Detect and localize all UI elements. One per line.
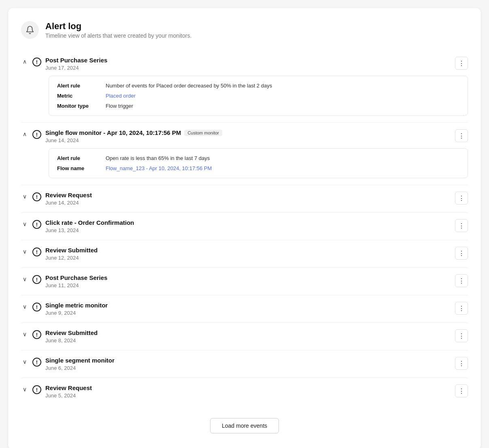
ellipsis-icon: ⋮ [458, 305, 465, 312]
more-options-button[interactable]: ⋮ [455, 384, 468, 397]
chevron-button[interactable]: ∨ [21, 385, 28, 393]
alert-left: ∨ Post Purchase Series June 11, 2024 [21, 274, 107, 288]
alert-warning-icon [32, 275, 41, 284]
detail-value: Flow trigger [106, 103, 133, 109]
alert-title: Single metric monitor [45, 302, 108, 309]
alert-title-text: Single segment monitor [45, 357, 115, 364]
alert-title: Review Submitted [45, 247, 98, 254]
detail-label: Monitor type [57, 103, 106, 109]
alert-left: ∨ Review Submitted June 8, 2024 [21, 329, 98, 343]
alert-title: Review Request [45, 192, 92, 198]
alert-date: June 8, 2024 [45, 337, 98, 343]
alert-info: Single metric monitor June 9, 2024 [45, 302, 108, 316]
load-more-wrap: Load more events [21, 418, 468, 433]
more-options-button[interactable]: ⋮ [455, 329, 468, 342]
ellipsis-icon: ⋮ [458, 277, 465, 285]
detail-row: Flow name Flow_name_123 - Apr 10, 2024, … [57, 165, 459, 171]
alert-date: June 14, 2024 [45, 137, 222, 143]
alert-item: ∨ Click rate - Order Confirmation June 1… [21, 213, 468, 240]
detail-link[interactable]: Flow_name_123 - Apr 10, 2024, 10:17:56 P… [106, 165, 212, 171]
alert-row: ∨ Review Request June 5, 2024 ⋮ [21, 384, 468, 399]
chevron-button[interactable]: ∨ [21, 192, 28, 201]
alert-left: ∨ Review Request June 5, 2024 [21, 384, 92, 399]
alert-date: June 6, 2024 [45, 365, 115, 371]
alert-info: Review Submitted June 12, 2024 [45, 247, 98, 261]
alert-info: Post Purchase Series June 11, 2024 [45, 274, 107, 288]
alert-warning-icon [32, 303, 41, 311]
detail-row: Metric Placed order [57, 93, 459, 99]
alert-date: June 11, 2024 [45, 282, 107, 288]
chevron-button[interactable]: ∨ [21, 220, 28, 228]
page-subtitle: Timeline view of alerts that were create… [45, 32, 191, 39]
alert-row: ∨ Single metric monitor June 9, 2024 ⋮ [21, 302, 468, 316]
load-more-button[interactable]: Load more events [210, 418, 279, 433]
more-options-button[interactable]: ⋮ [455, 57, 468, 70]
detail-value: Number of events for Placed order decrea… [106, 83, 272, 89]
alert-left: ∨ Single segment monitor June 6, 2024 [21, 357, 115, 371]
chevron-button[interactable]: ∧ [21, 58, 28, 66]
detail-row: Monitor type Flow trigger [57, 103, 459, 109]
chevron-button[interactable]: ∨ [21, 358, 28, 366]
alert-title: Post Purchase Series [45, 57, 107, 64]
alert-list: ∧ Post Purchase Series June 17, 2024 ⋮ A… [21, 50, 468, 405]
alert-item: ∨ Post Purchase Series June 11, 2024 ⋮ [21, 268, 468, 295]
alert-warning-icon [32, 247, 41, 256]
alert-warning-icon [32, 130, 41, 139]
alert-left: ∧ Single flow monitor - Apr 10, 2024, 10… [21, 129, 222, 143]
more-options-button[interactable]: ⋮ [455, 192, 468, 205]
detail-row: Alert rule Number of events for Placed o… [57, 83, 459, 89]
detail-card: Alert rule Open rate is less than 65% in… [49, 148, 468, 178]
alert-title-text: Review Request [45, 384, 92, 391]
alert-row: ∧ Post Purchase Series June 17, 2024 ⋮ [21, 57, 468, 71]
chevron-button[interactable]: ∨ [21, 247, 28, 256]
alert-item: ∧ Post Purchase Series June 17, 2024 ⋮ A… [21, 50, 468, 123]
more-options-button[interactable]: ⋮ [455, 247, 468, 260]
alert-warning-icon [32, 358, 41, 367]
detail-label: Alert rule [57, 83, 106, 89]
alert-row: ∨ Review Request June 14, 2024 ⋮ [21, 192, 468, 206]
alert-row: ∨ Review Submitted June 8, 2024 ⋮ [21, 329, 468, 343]
alert-title-text: Click rate - Order Confirmation [45, 219, 134, 226]
detail-label: Alert rule [57, 155, 106, 161]
chevron-button[interactable]: ∨ [21, 330, 28, 338]
alert-title: Single segment monitor [45, 357, 115, 364]
alert-title-text: Review Submitted [45, 247, 98, 254]
header-text: Alert log Timeline view of alerts that w… [45, 21, 191, 39]
alert-title: Post Purchase Series [45, 274, 107, 281]
detail-value: Open rate is less than 65% in the last 7… [106, 155, 210, 161]
alert-date: June 13, 2024 [45, 227, 134, 233]
alert-item: ∨ Review Request June 5, 2024 ⋮ [21, 378, 468, 405]
alert-title: Click rate - Order Confirmation [45, 219, 134, 226]
more-options-button[interactable]: ⋮ [455, 129, 468, 142]
header-icon-wrap [21, 21, 39, 39]
chevron-button[interactable]: ∧ [21, 130, 28, 138]
alert-info: Single flow monitor - Apr 10, 2024, 10:1… [45, 129, 222, 143]
chevron-button[interactable]: ∨ [21, 275, 28, 283]
ellipsis-icon: ⋮ [458, 250, 465, 257]
more-options-button[interactable]: ⋮ [455, 357, 468, 370]
alert-title-text: Review Submitted [45, 329, 98, 336]
more-options-button[interactable]: ⋮ [455, 219, 468, 232]
alert-title-text: Review Request [45, 192, 92, 198]
alert-left: ∨ Single metric monitor June 9, 2024 [21, 302, 108, 316]
alert-info: Review Submitted June 8, 2024 [45, 329, 98, 343]
alert-item: ∧ Single flow monitor - Apr 10, 2024, 10… [21, 123, 468, 185]
custom-monitor-badge: Custom monitor [184, 130, 222, 136]
alert-title: Single flow monitor - Apr 10, 2024, 10:1… [45, 129, 222, 136]
alert-date: June 14, 2024 [45, 200, 92, 206]
alert-item: ∨ Review Submitted June 8, 2024 ⋮ [21, 323, 468, 350]
more-options-button[interactable]: ⋮ [455, 274, 468, 287]
detail-label: Metric [57, 93, 106, 99]
alert-title-text: Post Purchase Series [45, 57, 107, 64]
alert-date: June 5, 2024 [45, 393, 92, 399]
more-options-button[interactable]: ⋮ [455, 302, 468, 315]
alert-info: Post Purchase Series June 17, 2024 [45, 57, 107, 71]
detail-link[interactable]: Placed order [106, 93, 136, 99]
alert-title: Review Submitted [45, 329, 98, 336]
alert-warning-icon [32, 385, 41, 394]
alert-warning-icon [32, 330, 41, 339]
alert-row: ∧ Single flow monitor - Apr 10, 2024, 10… [21, 129, 468, 143]
chevron-button[interactable]: ∨ [21, 303, 28, 311]
alert-info: Review Request June 5, 2024 [45, 384, 92, 399]
alert-title-text: Single flow monitor - Apr 10, 2024, 10:1… [45, 129, 181, 136]
